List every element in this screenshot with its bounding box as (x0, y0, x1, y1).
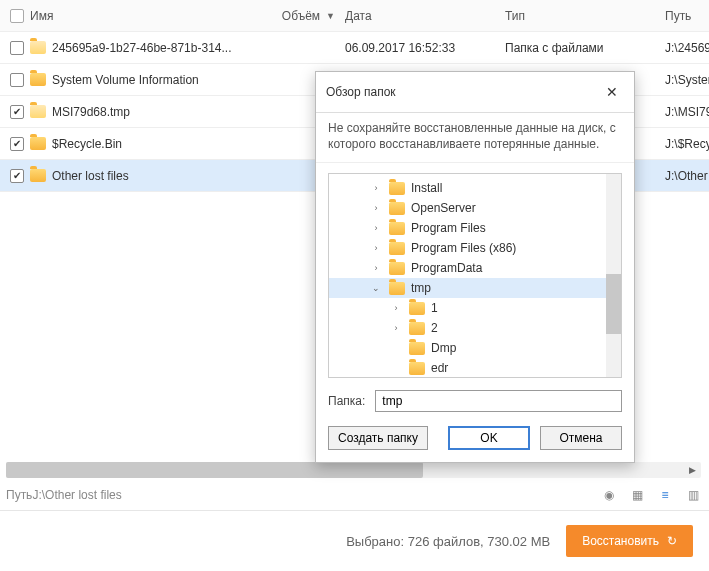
cancel-button[interactable]: Отмена (540, 426, 622, 450)
dialog-message: Не сохраняйте восстановленные данные на … (316, 113, 634, 163)
table-row[interactable]: 245695a9-1b27-46be-871b-314...06.09.2017… (0, 32, 709, 64)
folder-icon (409, 322, 425, 335)
restore-label: Восстановить (582, 534, 659, 548)
row-type: Папка с файлами (505, 41, 665, 55)
restore-button[interactable]: Восстановить ↻ (566, 525, 693, 557)
view-detail-icon[interactable]: ▥ (685, 487, 701, 503)
folder-icon (409, 362, 425, 375)
col-name[interactable]: Имя (30, 9, 53, 23)
view-list-icon[interactable]: ≡ (657, 487, 673, 503)
row-path: J:\MSI79 (665, 105, 709, 119)
close-icon[interactable]: ✕ (600, 80, 624, 104)
row-path: J:\$Recy (665, 137, 709, 151)
tree-item-label: Program Files (x86) (411, 241, 516, 255)
folder-field-label: Папка: (328, 394, 365, 408)
row-date: 06.09.2017 16:52:33 (345, 41, 505, 55)
folder-tree[interactable]: ›Install›OpenServer›Program Files›Progra… (328, 173, 622, 378)
row-path: J:\Other (665, 169, 709, 183)
path-label: Путь (6, 488, 32, 502)
expand-icon[interactable]: › (369, 223, 383, 233)
folder-icon (30, 169, 46, 182)
col-type[interactable]: Тип (505, 9, 665, 23)
folder-icon (30, 41, 46, 54)
horizontal-scrollbar[interactable]: ▶ (6, 462, 701, 478)
sort-desc-icon: ▼ (326, 11, 335, 21)
scrollbar-thumb[interactable] (6, 462, 423, 478)
view-preview-icon[interactable]: ◉ (601, 487, 617, 503)
tree-item-label: OpenServer (411, 201, 476, 215)
tree-item-label: Install (411, 181, 442, 195)
row-checkbox[interactable] (10, 169, 24, 183)
row-name: Other lost files (52, 169, 129, 183)
restore-icon: ↻ (667, 534, 677, 548)
tree-item[interactable]: ›Program Files (x86) (329, 238, 621, 258)
row-name: MSI79d68.tmp (52, 105, 130, 119)
tree-item-label: 2 (431, 321, 438, 335)
path-value: J:\Other lost files (32, 488, 121, 502)
expand-icon[interactable]: › (369, 203, 383, 213)
row-checkbox[interactable] (10, 137, 24, 151)
scroll-right-icon[interactable]: ▶ (685, 462, 699, 478)
tree-item[interactable]: ›Program Files (329, 218, 621, 238)
folder-field-row: Папка: (328, 390, 622, 412)
tree-scroll-thumb[interactable] (606, 274, 621, 334)
tree-item[interactable]: edr (329, 358, 621, 378)
tree-item[interactable]: ›Install (329, 178, 621, 198)
row-checkbox[interactable] (10, 41, 24, 55)
tree-item[interactable]: ⌄tmp (329, 278, 621, 298)
tree-item[interactable]: ›OpenServer (329, 198, 621, 218)
tree-item[interactable]: ›1 (329, 298, 621, 318)
col-path[interactable]: Путь (665, 9, 709, 23)
path-bar: Путь J:\Other lost files ◉ ▦ ≡ ▥ (6, 483, 701, 507)
make-folder-button[interactable]: Создать папку (328, 426, 428, 450)
folder-icon (30, 73, 46, 86)
row-name: 245695a9-1b27-46be-871b-314... (52, 41, 231, 55)
tree-item[interactable]: Dmp (329, 338, 621, 358)
row-name: $Recycle.Bin (52, 137, 122, 151)
table-header: Имя Объём▼ Дата Тип Путь (0, 0, 709, 32)
expand-icon[interactable]: › (369, 243, 383, 253)
expand-icon[interactable]: › (389, 303, 403, 313)
expand-icon[interactable]: › (389, 323, 403, 333)
tree-item-label: edr (431, 361, 448, 375)
col-volume[interactable]: Объём▼ (240, 9, 345, 23)
folder-icon (30, 105, 46, 118)
browse-folders-dialog: Обзор папок ✕ Не сохраняйте восстановлен… (315, 71, 635, 463)
folder-icon (409, 302, 425, 315)
tree-item-label: tmp (411, 281, 431, 295)
folder-icon (389, 262, 405, 275)
divider (0, 510, 709, 511)
view-grid-icon[interactable]: ▦ (629, 487, 645, 503)
expand-icon[interactable]: ⌄ (369, 283, 383, 293)
row-path: J:\System (665, 73, 709, 87)
dialog-title: Обзор папок (326, 85, 396, 99)
row-checkbox[interactable] (10, 105, 24, 119)
folder-icon (389, 242, 405, 255)
folder-icon (389, 182, 405, 195)
tree-item-label: Program Files (411, 221, 486, 235)
tree-item[interactable]: ›ProgramData (329, 258, 621, 278)
folder-icon (389, 202, 405, 215)
bottom-bar: Выбрано: 726 файлов, 730.02 MB Восстанов… (0, 521, 709, 561)
tree-item-label: Dmp (431, 341, 456, 355)
selection-info: Выбрано: 726 файлов, 730.02 MB (346, 534, 550, 549)
folder-icon (389, 222, 405, 235)
folder-field-input[interactable] (375, 390, 622, 412)
row-name: System Volume Information (52, 73, 199, 87)
folder-icon (30, 137, 46, 150)
tree-item-label: 1 (431, 301, 438, 315)
view-switcher: ◉ ▦ ≡ ▥ (601, 487, 701, 503)
col-date[interactable]: Дата (345, 9, 505, 23)
row-path: J:\245695 (665, 41, 709, 55)
tree-item[interactable]: ›2 (329, 318, 621, 338)
tree-item-label: ProgramData (411, 261, 482, 275)
folder-icon (389, 282, 405, 295)
row-checkbox[interactable] (10, 73, 24, 87)
folder-icon (409, 342, 425, 355)
ok-button[interactable]: OK (448, 426, 530, 450)
expand-icon[interactable]: › (369, 263, 383, 273)
header-checkbox[interactable] (10, 9, 24, 23)
expand-icon[interactable]: › (369, 183, 383, 193)
